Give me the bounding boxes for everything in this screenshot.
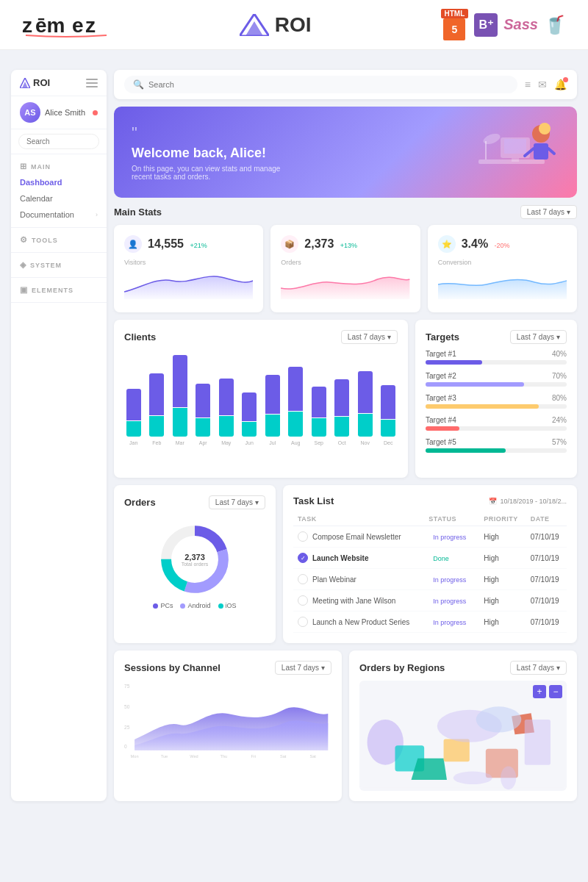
desk-illustration xyxy=(464,115,559,182)
task-priority-cell: High xyxy=(479,548,526,569)
task-name-text: Compose Email Newsletter xyxy=(312,533,401,541)
main-stats-header: Main Stats Last 7 days ▾ xyxy=(114,205,577,219)
stat-card-conversion-header: ⭐ 3.4% -20% xyxy=(438,235,567,253)
orders-filter-btn[interactable]: Last 7 days ▾ xyxy=(209,495,265,509)
sessions-filter-btn[interactable]: Last 7 days ▾ xyxy=(275,661,331,675)
task-date-cell: 07/10/19 xyxy=(526,548,567,569)
main-stats-filter-btn[interactable]: Last 7 days ▾ xyxy=(520,205,577,219)
documentation-arrow-icon: › xyxy=(96,211,98,218)
bar-cyan xyxy=(265,415,280,437)
welcome-subtitle: On this page, you can view stats and man… xyxy=(132,165,293,181)
sidebar-logo: ROI xyxy=(20,77,50,88)
bar-purple xyxy=(196,384,210,417)
target-header: Target #2 70% xyxy=(426,372,567,380)
notification-icon[interactable]: 🔔 xyxy=(554,79,567,90)
bar-label-feb: Feb xyxy=(152,440,161,445)
svg-text:ēm: ēm xyxy=(35,14,65,37)
task-date-cell: 07/10/19 xyxy=(526,526,567,548)
clients-bar-chart: Jan Feb Mar Apr May xyxy=(124,350,398,445)
main-stats-title: Main Stats xyxy=(114,207,162,218)
task-checkbox-unchecked[interactable] xyxy=(298,595,308,606)
sidebar-hamburger-button[interactable] xyxy=(86,79,98,87)
bar-purple xyxy=(173,355,187,407)
elements-section-label: ELEMENTS xyxy=(32,287,74,294)
svg-line-18 xyxy=(548,148,554,154)
roi-text: ROI xyxy=(275,13,312,37)
task-name-wrapper: Meeting with Jane Wilson xyxy=(298,595,420,606)
task-checkbox-checked[interactable]: ✓ xyxy=(298,553,308,563)
sidebar-item-calendar[interactable]: Calendar xyxy=(11,190,107,207)
sidebar-item-documentation[interactable]: Documentation › xyxy=(11,207,107,223)
clients-filter-btn[interactable]: Last 7 days ▾ xyxy=(341,330,398,344)
sidebar-section-title-elements: ▣ ELEMENTS xyxy=(11,282,107,298)
bar-group-sep: Sep xyxy=(309,387,329,445)
legend-dot xyxy=(180,603,185,609)
task-status-cell: In progress xyxy=(424,526,479,548)
sessions-area-chart: 75 50 25 0 Mon Tue Wed Thu Fri xyxy=(124,681,331,761)
task-checkbox-unchecked[interactable] xyxy=(298,531,308,542)
target-name: Target #5 xyxy=(426,438,456,446)
sidebar-section-system: ◈ SYSTEM xyxy=(11,253,107,278)
bar-group-jul: Jul xyxy=(263,375,282,445)
quote-mark: " xyxy=(132,123,293,143)
bar-cyan xyxy=(149,416,164,437)
donut-chart-container: 2,373 Total orders xyxy=(158,523,232,596)
task-priority-cell: High xyxy=(479,526,526,548)
welcome-banner: " Welcome back, Alice! On this page, you… xyxy=(114,107,577,198)
email-icon[interactable]: ✉ xyxy=(538,79,547,90)
conversion-value: 3.4% xyxy=(462,237,488,250)
stat-card-conversion: ⭐ 3.4% -20% Conversion xyxy=(428,225,577,312)
orders-regions-chevron-icon: ▾ xyxy=(556,664,560,672)
topbar-search[interactable]: 🔍 xyxy=(124,76,517,93)
bar-label-mar: Mar xyxy=(176,440,184,445)
orders-regions-filter-btn[interactable]: Last 7 days ▾ xyxy=(510,661,567,675)
sidebar-item-dashboard[interactable]: Dashboard xyxy=(11,174,107,190)
orders-regions-card: Orders by Regions Last 7 days ▾ + − xyxy=(349,650,577,801)
bar-cyan xyxy=(173,408,187,437)
legend-dot xyxy=(218,603,223,609)
svg-point-45 xyxy=(476,706,522,732)
task-name-text: Launch Website xyxy=(312,554,369,562)
topbar: 🔍 ≡ ✉ 🔔 xyxy=(114,70,577,99)
task-name-wrapper: Plan Webinar xyxy=(298,574,420,584)
bar-label-apr: Apr xyxy=(199,440,207,445)
topbar-search-input[interactable] xyxy=(148,80,509,89)
orders-value-area: 2,373 +13% xyxy=(304,237,357,251)
sidebar-section-tools: ⚙ TOOLS xyxy=(11,228,107,253)
dashboard-label: Dashboard xyxy=(20,178,62,187)
orders-filter-label: Last 7 days xyxy=(215,498,253,506)
task-list-title: Task List xyxy=(293,495,334,506)
svg-text:e: e xyxy=(72,14,84,37)
table-row: Plan Webinar In progress High 07/10/19 xyxy=(293,569,567,590)
target-bar-bg xyxy=(426,360,567,365)
legend-dot xyxy=(153,603,158,609)
target-item-2: Target #2 70% xyxy=(426,372,567,387)
stat-card-orders-header: 📦 2,373 +13% xyxy=(281,235,409,253)
visitors-change: +21% xyxy=(190,242,207,249)
sidebar-section-title-system: ◈ SYSTEM xyxy=(11,257,107,273)
bar-label-may: May xyxy=(221,440,231,445)
orders-regions-title: Orders by Regions xyxy=(359,662,445,673)
task-checkbox-unchecked[interactable] xyxy=(298,574,308,584)
svg-text:75: 75 xyxy=(124,684,130,689)
task-name-cell: Meeting with Jane Wilson xyxy=(293,590,424,612)
bar-stack xyxy=(379,385,398,437)
task-checkbox-unchecked[interactable] xyxy=(298,617,308,627)
visitors-value-area: 14,555 +21% xyxy=(148,237,207,251)
hamburger-line-1 xyxy=(86,79,98,80)
legend-item-ios: iOS xyxy=(218,602,237,609)
welcome-title: Welcome back, Alice! xyxy=(132,146,293,161)
clients-header: Clients Last 7 days ▾ xyxy=(124,330,398,344)
targets-filter-btn[interactable]: Last 7 days ▾ xyxy=(510,330,567,344)
orders-regions-header: Orders by Regions Last 7 days ▾ xyxy=(359,661,567,675)
sidebar-search-input[interactable] xyxy=(18,134,99,149)
system-icon: ◈ xyxy=(20,260,26,270)
menu-lines-icon[interactable]: ≡ xyxy=(525,79,531,90)
svg-text:25: 25 xyxy=(124,725,130,730)
priority-text: High xyxy=(484,533,499,541)
legend-item-android: Android xyxy=(180,602,210,609)
map-zoom-out-btn[interactable]: − xyxy=(549,685,562,698)
map-controls: + − xyxy=(533,685,562,698)
map-zoom-in-btn[interactable]: + xyxy=(533,685,546,698)
table-row: Compose Email Newsletter In progress Hig… xyxy=(293,526,567,548)
